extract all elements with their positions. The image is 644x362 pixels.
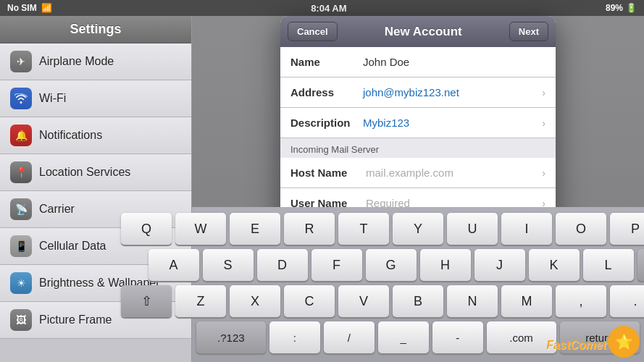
carrier-icon: 📡: [10, 198, 32, 220]
incoming-mail-label: Incoming Mail Server: [290, 144, 379, 155]
keyboard-row-2: A S D F G H J K L return: [196, 249, 640, 281]
cellular-data-label: Cellular Data: [39, 240, 106, 253]
status-right: 89% 🔋: [606, 3, 637, 13]
key-underscore[interactable]: _: [378, 321, 429, 353]
key-i[interactable]: I: [501, 213, 552, 245]
key-colon[interactable]: :: [269, 321, 320, 353]
location-services-icon: 📍: [10, 161, 32, 183]
keyboard-row-1: Q W E R T Y U I O P ⌫: [196, 213, 640, 245]
cellular-data-icon: 📱: [10, 235, 32, 257]
sidebar-header: Settings: [0, 16, 191, 43]
location-services-label: Location Services: [39, 166, 130, 179]
key-k[interactable]: K: [529, 249, 580, 281]
numbers-label: .?123: [217, 332, 245, 344]
key-period[interactable]: .: [610, 285, 644, 317]
cancel-button[interactable]: Cancel: [288, 22, 338, 41]
notifications-label: Notifications: [39, 129, 102, 142]
key-r[interactable]: R: [284, 213, 335, 245]
fastcomet-text: FastComet: [546, 339, 606, 352]
key-f[interactable]: F: [311, 249, 362, 281]
key-n[interactable]: N: [447, 285, 498, 317]
key-g[interactable]: G: [366, 249, 417, 281]
host-name-input[interactable]: [363, 161, 536, 185]
picture-frame-label: Picture Frame: [39, 313, 112, 327]
key-t[interactable]: T: [338, 213, 389, 245]
keyboard-row-3: ⇧ Z X C V B N M , . ⇧: [196, 285, 640, 317]
incoming-mail-section-header: Incoming Mail Server: [280, 138, 556, 158]
sidebar-title: Settings: [70, 22, 121, 36]
description-label: Description: [290, 117, 363, 129]
wifi-label: Wi-Fi: [39, 92, 66, 105]
key-u[interactable]: U: [447, 213, 498, 245]
key-dash[interactable]: -: [432, 321, 483, 353]
key-j[interactable]: J: [474, 249, 525, 281]
host-name-arrow: ›: [542, 167, 545, 179]
status-left: No SIM 📶: [7, 3, 52, 13]
address-label: Address: [290, 86, 363, 98]
host-name-row[interactable]: Host Name ›: [280, 158, 556, 188]
modal-header: Cancel New Account Next: [280, 16, 556, 47]
key-s[interactable]: S: [203, 249, 254, 281]
next-button[interactable]: Next: [509, 22, 548, 41]
key-p[interactable]: P: [610, 213, 644, 245]
name-value: John Doe: [363, 56, 545, 68]
content-area: Cancel New Account Next Name John Doe Ad…: [192, 16, 644, 362]
key-b[interactable]: B: [393, 285, 443, 317]
key-a[interactable]: A: [149, 249, 199, 281]
address-arrow: ›: [542, 87, 545, 98]
key-e[interactable]: E: [230, 213, 280, 245]
key-h[interactable]: H: [420, 249, 471, 281]
sidebar-item-notifications[interactable]: 🔔 Notifications: [0, 117, 191, 154]
description-row: Description Mybiz123 ›: [280, 108, 556, 138]
key-d[interactable]: D: [257, 249, 308, 281]
key-o[interactable]: O: [556, 213, 606, 245]
key-shift-left[interactable]: ⇧: [121, 285, 172, 317]
status-time: 8:04 AM: [311, 3, 346, 14]
key-v[interactable]: V: [338, 285, 389, 317]
address-value: john@mybiz123.net: [363, 86, 536, 98]
host-name-label: Host Name: [290, 167, 363, 179]
description-value: Mybiz123: [363, 117, 536, 129]
notifications-icon: 🔔: [10, 125, 32, 146]
key-dotcom[interactable]: .com: [487, 321, 556, 353]
battery-icon: 🔋: [626, 3, 637, 13]
key-x[interactable]: X: [230, 285, 280, 317]
sidebar-item-wifi[interactable]: Wi-Fi: [0, 80, 191, 117]
name-label: Name: [290, 56, 363, 68]
battery-label: 89%: [606, 3, 623, 13]
key-w[interactable]: W: [175, 213, 226, 245]
picture-frame-icon: 🖼: [10, 309, 32, 331]
address-row: Address john@mybiz123.net ›: [280, 77, 556, 108]
sidebar-item-location-services[interactable]: 📍 Location Services: [0, 154, 191, 191]
key-c[interactable]: C: [284, 285, 335, 317]
carrier-label: No SIM: [7, 3, 37, 13]
sidebar-item-airplane-mode[interactable]: ✈ Airplane Mode: [0, 43, 191, 80]
carrier-label-sidebar: Carrier: [39, 203, 75, 216]
key-numbers[interactable]: .?123: [196, 321, 266, 353]
airplane-mode-icon: ✈: [10, 51, 32, 72]
status-bar: No SIM 📶 8:04 AM 89% 🔋: [0, 0, 644, 16]
modal-title: New Account: [338, 25, 509, 39]
key-y[interactable]: Y: [393, 213, 443, 245]
brightness-icon: ☀: [10, 272, 32, 294]
airplane-mode-label: Airplane Mode: [39, 55, 114, 68]
key-l[interactable]: L: [583, 249, 634, 281]
wifi-icon: 📶: [41, 3, 52, 13]
key-return[interactable]: return: [637, 249, 645, 281]
key-slash[interactable]: /: [324, 321, 375, 353]
key-m[interactable]: M: [501, 285, 552, 317]
wifi-icon-sidebar: [10, 88, 32, 109]
name-row: Name John Doe: [280, 47, 556, 77]
fastcomet-badge: ⭐: [608, 326, 640, 358]
key-comma[interactable]: ,: [556, 285, 606, 317]
key-q[interactable]: Q: [121, 213, 172, 245]
key-z[interactable]: Z: [175, 285, 226, 317]
description-arrow: ›: [542, 117, 545, 129]
main-container: Settings ✈ Airplane Mode Wi-Fi 🔔 Notific…: [0, 16, 644, 362]
